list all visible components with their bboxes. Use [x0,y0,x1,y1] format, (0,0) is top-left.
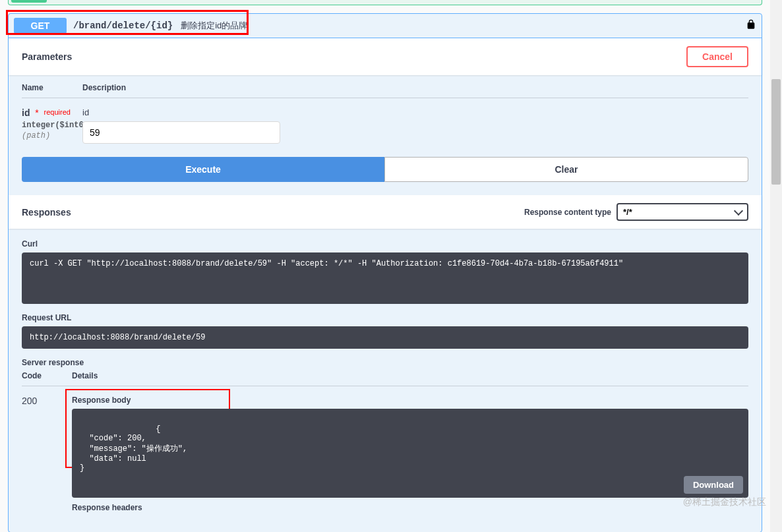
request-url[interactable]: http://localhost:8088/brand/delete/59 [22,326,748,349]
responses-header: Responses Response content type */* [9,195,762,229]
content-type-label: Response content type [524,208,611,217]
param-name: id [22,107,30,118]
vertical-scrollbar[interactable] [770,0,782,532]
server-response-title: Server response [22,358,748,367]
response-body-title: Response body [72,393,748,405]
curl-command[interactable]: curl -X GET "http://localhost:8088/brand… [22,252,748,304]
opblock-summary[interactable]: GET /brand/delete/{id} 删除指定id的品牌 [9,14,762,38]
parameters-header: Parameters Cancel [9,38,762,75]
curl-title: Curl [22,239,748,249]
param-type: integer($int64) [22,121,82,130]
execute-button[interactable]: Execute [22,157,384,182]
response-body[interactable]: { "code": 200, "message": "操作成功", "data"… [72,409,748,498]
param-in: (path) [22,131,82,140]
column-name-header: Name [22,83,82,92]
required-star: * [32,107,38,118]
column-desc-header: Description [82,83,126,92]
http-method-badge: GET [14,18,67,34]
clear-button[interactable]: Clear [384,157,748,182]
lock-icon[interactable] [746,19,756,32]
code-header: Code [22,371,72,380]
endpoint-path: /brand/delete/{id} [73,20,173,31]
response-body-text: { "code": 200, "message": "操作成功", "data"… [80,425,187,473]
param-input[interactable] [82,121,280,144]
content-type-select[interactable]: */* [617,203,748,221]
response-headers-title: Response headers [72,503,748,512]
opblock-get: GET /brand/delete/{id} 删除指定id的品牌 Paramet… [8,13,762,532]
param-desc-label: id [82,107,748,117]
scrollbar-thumb[interactable] [771,79,781,185]
request-url-title: Request URL [22,313,748,322]
previous-opblock-edge [8,0,762,5]
endpoint-summary: 删除指定id的品牌 [181,20,247,32]
response-code: 200 [22,393,72,512]
required-text: required [44,108,71,116]
download-button[interactable]: Download [684,476,743,494]
parameter-row: id * required integer($int64) (path) id [22,103,748,144]
cancel-button[interactable]: Cancel [686,46,748,67]
responses-title: Responses [22,207,524,218]
details-header: Details [72,371,98,380]
parameters-title: Parameters [22,51,686,62]
